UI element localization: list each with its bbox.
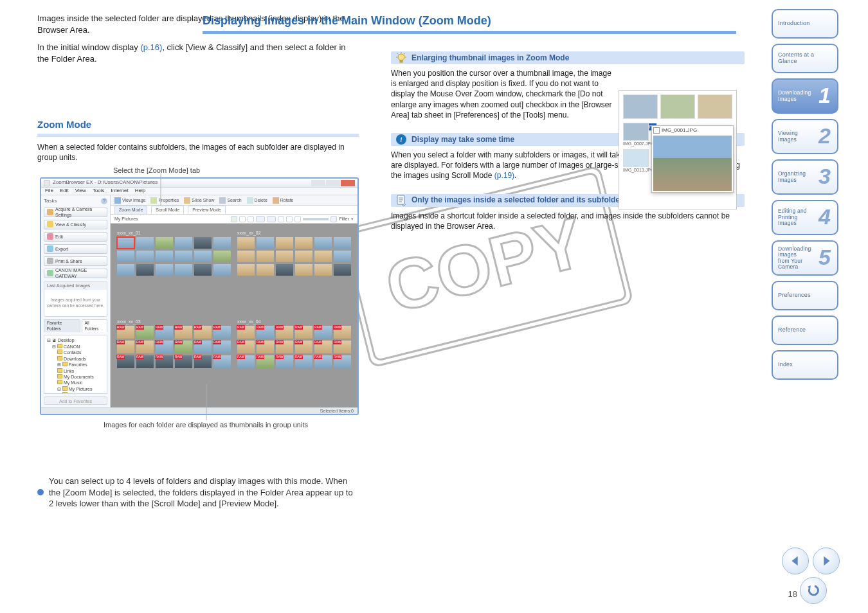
thumb[interactable] <box>295 264 312 276</box>
thumb-raw[interactable] <box>276 326 293 339</box>
thumb[interactable] <box>237 264 255 276</box>
thumb[interactable] <box>314 251 332 262</box>
task-acquire[interactable]: Acquire & Camera Settings <box>44 208 107 217</box>
nav-chapter-5[interactable]: Downloading Imagesfrom Your Camera5 <box>772 240 838 276</box>
tree-desktop[interactable]: ⊟ 🖥 Desktop <box>47 337 104 343</box>
thumb-selected[interactable] <box>117 237 134 249</box>
tree-downloads[interactable]: Downloads <box>47 356 104 362</box>
menu-bar[interactable]: File Edit View Tools Internet Help <box>41 188 357 195</box>
thumb[interactable] <box>117 251 134 262</box>
page-ref-link[interactable]: (p.16) <box>140 42 162 52</box>
thumb-raw[interactable] <box>295 326 312 339</box>
thumb-raw[interactable] <box>314 355 332 368</box>
thumb-raw[interactable] <box>334 341 351 353</box>
thumb-raw[interactable] <box>194 326 212 339</box>
thumb-raw[interactable] <box>237 326 255 339</box>
thumb[interactable] <box>257 237 274 249</box>
thumb-raw[interactable] <box>257 326 274 339</box>
tree-sub-1[interactable]: xxxx_xx_01 <box>47 392 104 394</box>
thumb[interactable] <box>136 264 154 276</box>
thumb-raw[interactable] <box>276 341 293 353</box>
menu-tools[interactable]: Tools <box>93 188 105 195</box>
thumb[interactable] <box>194 264 212 276</box>
group-4[interactable]: xxxx_xx_04 <box>237 319 351 401</box>
thumb-raw[interactable] <box>175 355 192 368</box>
folder-tabs[interactable]: Favorite Folders All Folders <box>44 319 107 333</box>
folder-tree[interactable]: ⊟ 🖥 Desktop ⊟ CANON Contacts Downloads ⊞… <box>44 335 107 394</box>
thumb[interactable] <box>334 251 351 262</box>
thumb[interactable] <box>156 237 173 249</box>
thumb[interactable] <box>175 237 192 249</box>
thumb-raw[interactable] <box>213 341 231 353</box>
thumb-raw[interactable] <box>117 326 134 339</box>
tab-all-folders[interactable]: All Folders <box>82 319 107 333</box>
return-button[interactable] <box>800 577 827 604</box>
thumb[interactable] <box>136 251 154 262</box>
tool-delete[interactable]: Delete <box>247 197 267 204</box>
add-to-favorites-button[interactable]: Add to Favorites <box>44 396 107 405</box>
nav-contents[interactable]: Contents at a Glance <box>772 44 838 73</box>
thumb[interactable] <box>276 251 293 262</box>
thumb-raw[interactable] <box>156 341 173 353</box>
thumb[interactable] <box>213 264 231 276</box>
group-2[interactable]: xxxx_xx_02 <box>237 230 351 312</box>
tree-canon[interactable]: ⊟ CANON <box>47 344 104 350</box>
nav-up-icon[interactable] <box>248 216 254 222</box>
thumb[interactable] <box>237 237 255 249</box>
thumb[interactable] <box>175 264 192 276</box>
mode-scroll[interactable]: Scroll Mode <box>151 206 184 213</box>
menu-file[interactable]: File <box>45 188 53 195</box>
tool-search[interactable]: Search <box>219 197 241 204</box>
nav-chapter-2[interactable]: ViewingImages2 <box>772 119 838 154</box>
thumb-raw[interactable] <box>295 355 312 368</box>
thumb[interactable] <box>276 237 293 249</box>
menu-edit[interactable]: Edit <box>60 188 69 195</box>
next-page-button[interactable] <box>813 547 840 574</box>
zoom-in-icon[interactable] <box>286 216 293 222</box>
tree-links[interactable]: Links <box>47 368 104 374</box>
task-export[interactable]: Export <box>44 244 107 254</box>
thumb-raw[interactable] <box>334 326 351 339</box>
thumb[interactable] <box>156 264 173 276</box>
group-3[interactable]: xxxx_xx_03 <box>117 319 231 401</box>
tool-properties[interactable]: Properties <box>150 197 179 204</box>
nav-chapter-3[interactable]: OrganizingImages3 <box>772 159 838 195</box>
thumb-raw[interactable] <box>295 341 312 353</box>
thumb-raw[interactable] <box>156 326 173 339</box>
nav-chapter-4[interactable]: Editing andPrinting Images4 <box>772 200 838 235</box>
tool-view-image[interactable]: View Image <box>114 197 145 204</box>
nav-fwd-icon[interactable] <box>239 216 246 222</box>
menu-help[interactable]: Help <box>135 188 145 195</box>
thumb[interactable] <box>237 251 255 262</box>
nav-introduction[interactable]: Introduction <box>772 9 838 39</box>
help-icon[interactable]: ? <box>101 198 107 204</box>
task-print-share[interactable]: Print & Share <box>44 256 107 266</box>
task-view-classify[interactable]: View & Classify <box>44 220 107 229</box>
thumb[interactable] <box>314 237 332 249</box>
nav-back-icon[interactable] <box>231 216 237 222</box>
tab-favorite-folders[interactable]: Favorite Folders <box>44 319 80 333</box>
nav-reference[interactable]: Reference <box>772 315 838 345</box>
minimize-button[interactable] <box>311 180 325 186</box>
thumb[interactable] <box>295 237 312 249</box>
filter-icon[interactable] <box>330 216 337 222</box>
thumb-raw[interactable] <box>213 355 231 368</box>
thumb-raw[interactable] <box>156 355 173 368</box>
menu-internet[interactable]: Internet <box>111 188 129 195</box>
thumb-raw[interactable] <box>136 326 154 339</box>
thumb[interactable] <box>175 251 192 262</box>
thumb-raw[interactable] <box>314 326 332 339</box>
info-page-link[interactable]: (p.19) <box>494 171 514 180</box>
thumb[interactable] <box>213 251 231 262</box>
nav-index[interactable]: Index <box>772 350 838 380</box>
thumb-raw[interactable] <box>237 341 255 353</box>
thumb[interactable] <box>334 237 351 249</box>
nav-chapter-1[interactable]: DownloadingImages1 <box>772 78 838 114</box>
task-edit[interactable]: Edit <box>44 232 107 242</box>
tree-contacts[interactable]: Contacts <box>47 350 104 355</box>
thumb[interactable] <box>314 264 332 276</box>
filter-label[interactable]: Filter <box>339 216 349 222</box>
thumb-raw[interactable] <box>314 341 332 353</box>
tree-music[interactable]: My Music <box>47 380 104 386</box>
star-filter-icon[interactable] <box>256 216 265 222</box>
